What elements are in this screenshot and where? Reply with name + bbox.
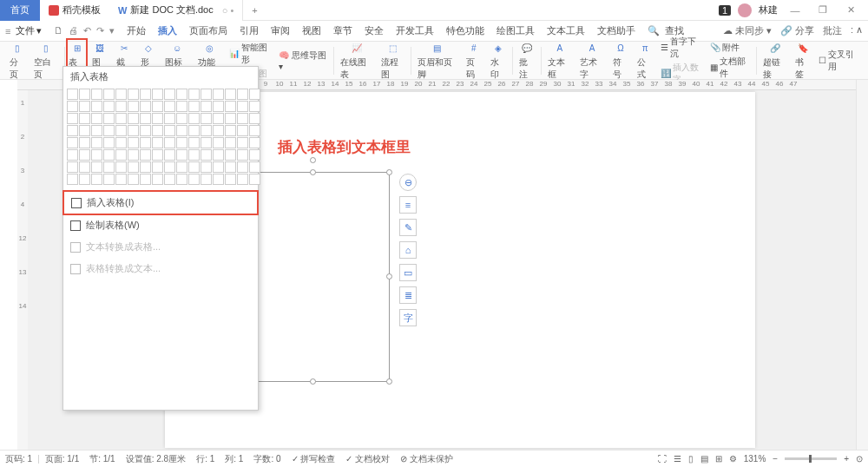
grid-cell[interactable] [164,113,175,124]
minimize-button[interactable]: — [785,5,806,16]
grid-cell[interactable] [152,89,163,100]
grid-cell[interactable] [128,149,139,161]
symbol-button[interactable]: Ω符号 [608,41,633,81]
float-tool-outline[interactable]: ▭ [399,264,417,281]
tab-chapter[interactable]: 章节 [328,24,358,37]
grid-cell[interactable] [79,174,90,185]
watermark-button[interactable]: ◈水印 [486,41,510,81]
share-button[interactable]: 🔗 分享 [780,24,814,37]
grid-cell[interactable] [103,101,115,112]
status-spellcheck[interactable]: ✓ 拼写检查 [292,453,336,465]
tab-devtools[interactable]: 开发工具 [391,24,439,37]
grid-cell[interactable] [79,89,90,100]
rotate-handle[interactable] [310,157,316,163]
view-page-icon[interactable]: ▯ [688,454,694,464]
tab-drawtools[interactable]: 绘图工具 [491,24,540,37]
grid-cell[interactable] [164,161,175,173]
undo-icon[interactable]: ↶ [83,25,91,36]
grid-cell[interactable] [103,149,115,161]
grid-cell[interactable] [213,113,224,124]
headerfooter-button[interactable]: ▤页眉和页脚 [413,41,462,81]
grid-cell[interactable] [91,113,102,124]
tab-dochelper[interactable]: 文档助手 [592,24,641,37]
grid-cell[interactable] [237,113,248,124]
smartart-button[interactable]: 📊 智能图形 [229,42,272,66]
grid-cell[interactable] [225,101,236,112]
grid-cell[interactable] [213,137,224,148]
grid-cell[interactable] [115,161,127,173]
grid-cell[interactable] [213,174,224,185]
grid-cell[interactable] [225,113,236,124]
grid-cell[interactable] [67,174,78,185]
grid-cell[interactable] [91,161,102,173]
tab-review[interactable]: 审阅 [266,24,295,37]
grid-cell[interactable] [201,174,212,185]
restore-button[interactable]: ❐ [812,4,833,16]
flowchart-button[interactable]: ⬚流程图 [377,41,409,81]
grid-cell[interactable] [152,161,163,173]
zoom-in-button[interactable]: + [844,454,849,464]
status-docproof[interactable]: ✓ 文档校对 [345,453,390,465]
grid-cell[interactable] [79,125,90,136]
grid-cell[interactable] [140,89,151,100]
grid-cell[interactable] [79,149,90,161]
grid-cell[interactable] [188,113,200,124]
grid-cell[interactable] [128,161,139,173]
grid-cell[interactable] [128,89,139,100]
grid-cell[interactable] [176,113,187,124]
grid-cell[interactable] [176,101,187,112]
docparts-button[interactable]: ▦ 文档部件 [710,56,751,80]
grid-cell[interactable] [201,89,212,100]
grid-cell[interactable] [225,174,236,185]
grid-cell[interactable] [140,113,151,124]
grid-cell[interactable] [164,174,175,185]
grid-cell[interactable] [237,89,248,100]
selected-textbox[interactable] [236,172,390,382]
fit-button[interactable]: ⊙ [856,454,863,464]
grid-cell[interactable] [152,174,163,185]
tab-features[interactable]: 特色功能 [441,24,490,37]
tab-pagelayout[interactable]: 页面布局 [184,24,233,37]
grid-cell[interactable] [176,174,187,185]
grid-cell[interactable] [225,137,236,148]
grid-cell[interactable] [91,149,102,161]
grid-cell[interactable] [176,137,187,148]
grid-cell[interactable] [115,89,127,100]
grid-cell[interactable] [115,113,127,124]
grid-cell[interactable] [128,137,139,148]
float-tool-collapse[interactable]: ⊖ [399,174,417,191]
grid-cell[interactable] [79,137,90,148]
float-tool-fill[interactable]: ⌂ [399,241,417,259]
grid-cell[interactable] [249,149,260,161]
grid-cell[interactable] [152,113,163,124]
grid-cell[interactable] [115,174,127,185]
grid-cell[interactable] [91,174,102,185]
unsync-button[interactable]: ☁ 未同步 ▾ [723,24,772,37]
grid-cell[interactable] [188,125,200,136]
grid-cell[interactable] [140,125,151,136]
grid-cell[interactable] [213,161,224,173]
page-break-button[interactable]: ▯分页 [5,41,30,81]
notification-badge[interactable]: 1 [719,5,731,16]
grid-cell[interactable] [67,125,78,136]
tab-document[interactable]: W 新建 DOC 文档.doc ○ • [109,0,243,21]
tab-start[interactable]: 开始 [122,24,151,37]
grid-cell[interactable] [249,113,260,124]
grid-cell[interactable] [140,101,151,112]
grid-cell[interactable] [67,89,78,100]
grid-cell[interactable] [237,137,248,148]
resize-handle-tm[interactable] [310,169,316,175]
grid-cell[interactable] [213,101,224,112]
tab-insert[interactable]: 插入 [153,24,182,37]
tab-template[interactable]: 稻壳模板 [40,0,109,21]
grid-cell[interactable] [115,101,127,112]
grid-cell[interactable] [128,125,139,136]
grid-cell[interactable] [188,101,200,112]
grid-cell[interactable] [164,125,175,136]
grid-cell[interactable] [213,125,224,136]
grid-cell[interactable] [176,89,187,100]
grid-cell[interactable] [91,89,102,100]
grid-cell[interactable] [128,113,139,124]
grid-cell[interactable] [201,149,212,161]
pagenum-button[interactable]: #页码 [462,41,486,81]
